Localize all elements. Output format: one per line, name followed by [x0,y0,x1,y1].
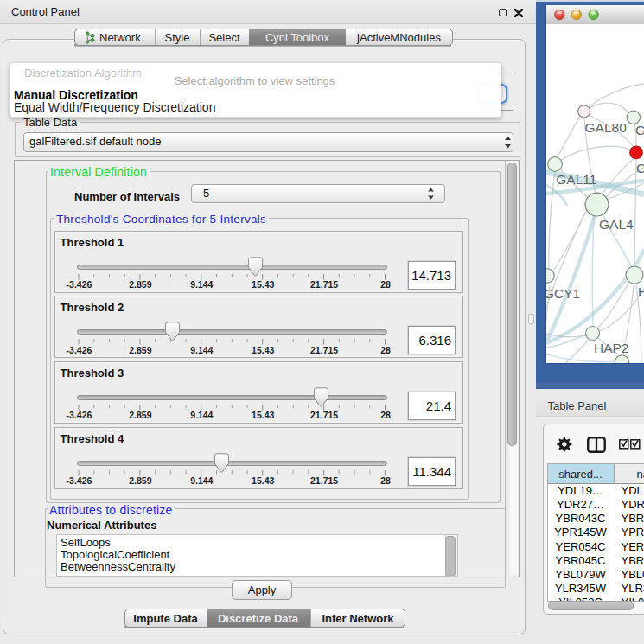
svg-text:HAP2: HAP2 [594,341,629,355]
svg-text:GA: GA [635,123,644,137]
svg-text:GAL4: GAL4 [599,217,634,232]
svg-text:H: H [638,284,644,299]
svg-text:GAL80: GAL80 [585,120,628,135]
svg-text:GCY1: GCY1 [546,286,580,301]
svg-text:GAL11: GAL11 [556,172,596,187]
svg-text:C: C [636,161,644,175]
